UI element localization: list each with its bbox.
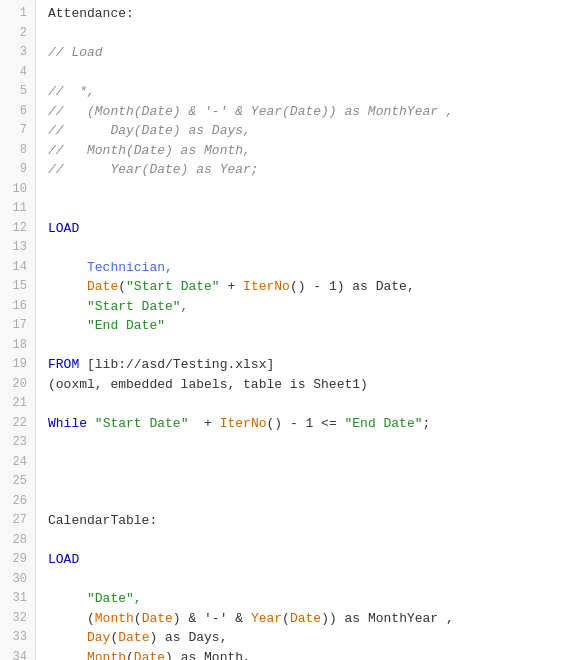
- token: [87, 416, 95, 431]
- token: (ooxml, embedded labels, table is Sheet1…: [48, 377, 368, 392]
- code-line: [48, 472, 574, 492]
- code-line: // (Month(Date) & '-' & Year(Date)) as M…: [48, 102, 574, 122]
- code-line: [48, 199, 574, 219]
- token: +: [188, 416, 219, 431]
- code-line: While "Start Date" + IterNo() - 1 <= "En…: [48, 414, 574, 434]
- token: Date: [118, 630, 149, 645]
- line-number: 16: [0, 297, 35, 317]
- code-line: [48, 180, 574, 200]
- line-number: 22: [0, 414, 35, 434]
- code-line: [48, 394, 574, 414]
- token: Month: [95, 611, 134, 626]
- token: Attendance:: [48, 6, 134, 21]
- token: "Start Date": [95, 416, 189, 431]
- token: // Load: [48, 45, 103, 60]
- token: // Year(Date) as Year;: [48, 162, 259, 177]
- token: "Start Date": [126, 279, 220, 294]
- line-number: 28: [0, 531, 35, 551]
- token: LOAD: [48, 221, 79, 236]
- token: ) & '-' &: [173, 611, 251, 626]
- line-number: 9: [0, 160, 35, 180]
- code-line: LOAD: [48, 219, 574, 239]
- code-line: [48, 238, 574, 258]
- line-number: 27: [0, 511, 35, 531]
- code-line: (ooxml, embedded labels, table is Sheet1…: [48, 375, 574, 395]
- line-number: 19: [0, 355, 35, 375]
- code-line: "End Date": [48, 316, 574, 336]
- line-number: 18: [0, 336, 35, 356]
- line-number: 3: [0, 43, 35, 63]
- line-number: 26: [0, 492, 35, 512]
- token: () - 1) as Date,: [290, 279, 415, 294]
- token: "End Date": [345, 416, 423, 431]
- line-number: 1: [0, 4, 35, 24]
- line-number: 23: [0, 433, 35, 453]
- line-number: 10: [0, 180, 35, 200]
- code-line: // Load: [48, 43, 574, 63]
- token: ) as Days,: [149, 630, 227, 645]
- token: Date: [134, 650, 165, 661]
- code-line: "Date",: [48, 589, 574, 609]
- line-number: 8: [0, 141, 35, 161]
- code-line: "Start Date",: [48, 297, 574, 317]
- line-number: 25: [0, 472, 35, 492]
- token: (: [118, 279, 126, 294]
- token: ;: [423, 416, 431, 431]
- line-number-gutter: 1234567891011121314151617181920212223242…: [0, 0, 36, 660]
- code-line: [48, 336, 574, 356]
- token: // Day(Date) as Days,: [48, 123, 251, 138]
- token: // (Month(Date) & '-' & Year(Date)) as M…: [48, 104, 454, 119]
- code-line: [48, 24, 574, 44]
- line-number: 12: [0, 219, 35, 239]
- token: (: [134, 611, 142, 626]
- token: Day: [87, 630, 110, 645]
- token: )) as MonthYear ,: [321, 611, 454, 626]
- token: (: [126, 650, 134, 661]
- line-number: 20: [0, 375, 35, 395]
- code-line: [48, 492, 574, 512]
- token: "End Date": [48, 318, 165, 333]
- token: Date: [290, 611, 321, 626]
- token: Month: [87, 650, 126, 661]
- line-number: 33: [0, 628, 35, 648]
- code-line: Date("Start Date" + IterNo() - 1) as Dat…: [48, 277, 574, 297]
- token: IterNo: [243, 279, 290, 294]
- code-line: [48, 453, 574, 473]
- token: Technician,: [48, 260, 173, 275]
- token: CalendarTable:: [48, 513, 157, 528]
- token: Year: [251, 611, 282, 626]
- token: // Month(Date) as Month,: [48, 143, 251, 158]
- code-editor: 1234567891011121314151617181920212223242…: [0, 0, 574, 660]
- token: FROM: [48, 357, 87, 372]
- line-number: 30: [0, 570, 35, 590]
- line-number: 31: [0, 589, 35, 609]
- token: While: [48, 416, 87, 431]
- token: [48, 279, 87, 294]
- line-number: 32: [0, 609, 35, 629]
- line-number: 34: [0, 648, 35, 661]
- line-number: 11: [0, 199, 35, 219]
- code-line: Attendance:: [48, 4, 574, 24]
- code-line: // *,: [48, 82, 574, 102]
- line-number: 14: [0, 258, 35, 278]
- code-line: // Year(Date) as Year;: [48, 160, 574, 180]
- token: IterNo: [220, 416, 267, 431]
- code-line: (Month(Date) & '-' & Year(Date)) as Mont…: [48, 609, 574, 629]
- code-line: [48, 531, 574, 551]
- line-number: 6: [0, 102, 35, 122]
- code-content: Attendance: // Load // *,// (Month(Date)…: [36, 0, 574, 660]
- token: // *,: [48, 84, 95, 99]
- token: [48, 630, 87, 645]
- line-number: 2: [0, 24, 35, 44]
- line-number: 15: [0, 277, 35, 297]
- line-number: 24: [0, 453, 35, 473]
- code-line: [48, 433, 574, 453]
- token: Date: [142, 611, 173, 626]
- code-line: [48, 63, 574, 83]
- token: [48, 650, 87, 661]
- token: LOAD: [48, 552, 79, 567]
- code-line: Day(Date) as Days,: [48, 628, 574, 648]
- code-line: FROM [lib://asd/Testing.xlsx]: [48, 355, 574, 375]
- token: (: [48, 611, 95, 626]
- line-number: 13: [0, 238, 35, 258]
